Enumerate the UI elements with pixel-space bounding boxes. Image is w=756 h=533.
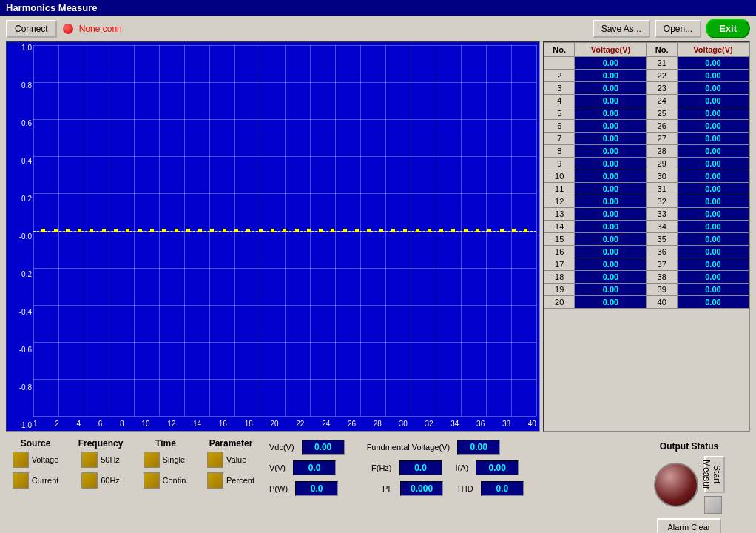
col4-header: Voltage(V) (677, 43, 749, 57)
col1-header: No. (544, 43, 575, 57)
row-no2: 29 (647, 158, 677, 170)
row-no2: 23 (647, 82, 677, 95)
row-no1: 10 (544, 170, 575, 183)
freq-50-option[interactable]: 50Hz (81, 452, 120, 468)
chart-inner (33, 45, 536, 416)
chart-panel: 1.0 0.8 0.6 0.4 0.2 -0.0 -0.2 -0.4 -0.6 … (6, 41, 540, 432)
row-v2: 0.00 (677, 208, 749, 221)
row-v2: 0.00 (677, 158, 749, 170)
content-area: 1.0 0.8 0.6 0.4 0.2 -0.0 -0.2 -0.4 -0.6 … (0, 41, 756, 435)
row-no1: 2 (544, 70, 575, 82)
current-radio-box (13, 472, 29, 489)
row-v2: 0.00 (677, 107, 749, 120)
row-no2: 36 (647, 246, 677, 258)
toolbar-right: Save As... Open... Exit (593, 19, 750, 38)
row-v2: 0.00 (677, 95, 749, 107)
row-v1: 0.00 (575, 57, 647, 70)
row-v1: 0.00 (575, 70, 647, 82)
table-row: 15 0.00 35 0.00 (544, 233, 749, 246)
harmonics-table-panel: No. Voltage(V) No. Voltage(V) 0.00 21 0.… (543, 41, 750, 432)
row-no2: 39 (647, 284, 677, 296)
table-row: 10 0.00 30 0.00 (544, 170, 749, 183)
table-row: 5 0.00 25 0.00 (544, 107, 749, 120)
row-no1: 7 (544, 133, 575, 145)
row-no2: 37 (647, 258, 677, 271)
row-no2: 31 (647, 183, 677, 195)
measurements-panel: Vdc(V) 0.00 Fundmental Voltage(V) 0.00 V… (266, 438, 622, 497)
row-v2: 0.00 (677, 170, 749, 183)
row-v1: 0.00 (575, 284, 647, 296)
ia-value: 0.00 (476, 460, 519, 475)
row-no2: 35 (647, 233, 677, 246)
row-no1: 16 (544, 246, 575, 258)
toolbar-left: Connect None conn (6, 20, 587, 38)
row-no2: 26 (647, 120, 677, 133)
pw-label: P(W) (269, 484, 288, 493)
voltage-label: Voltage (32, 455, 59, 464)
row-v1: 0.00 (575, 221, 647, 233)
row-no2: 32 (647, 195, 677, 208)
row-no2: 22 (647, 70, 677, 82)
cube-icon (704, 496, 722, 514)
percent-option[interactable]: Percent (207, 472, 254, 489)
app-title: Harmonics Measure (6, 2, 98, 13)
vdc-value: 0.00 (302, 440, 345, 455)
row-v2: 0.00 (677, 57, 749, 70)
fundamental-value: 0.00 (457, 440, 500, 455)
chart-container: 1.0 0.8 0.6 0.4 0.2 -0.0 -0.2 -0.4 -0.6 … (6, 41, 540, 432)
start-measure-button[interactable]: Start Measur (704, 456, 725, 493)
meas-row-2: V(V) 0.0 F(Hz) 0.0 I(A) 0.00 (269, 460, 619, 475)
row-v1: 0.00 (575, 145, 647, 158)
row-v2: 0.00 (677, 183, 749, 195)
row-v2: 0.00 (677, 258, 749, 271)
parameter-group: Parameter Value Percent (201, 438, 260, 489)
row-no1 (544, 57, 575, 70)
save-as-button[interactable]: Save As... (593, 20, 650, 38)
status-controls: Start Measur (654, 456, 725, 514)
x-axis: 1 2 4 6 8 10 12 14 16 18 20 22 24 26 28 … (33, 420, 536, 428)
value-option[interactable]: Value (207, 452, 254, 468)
row-v2: 0.00 (677, 221, 749, 233)
col3-header: No. (647, 43, 677, 57)
row-no2: 33 (647, 208, 677, 221)
source-group: Source Voltage Current (6, 438, 65, 489)
row-v2: 0.00 (677, 120, 749, 133)
current-option[interactable]: Current (13, 472, 59, 489)
row-no1: 18 (544, 271, 575, 284)
exit-button[interactable]: Exit (706, 19, 750, 38)
thd-label: THD (456, 484, 473, 493)
row-v2: 0.00 (677, 133, 749, 145)
zero-markers (33, 231, 536, 233)
harmonics-table: No. Voltage(V) No. Voltage(V) 0.00 21 0.… (544, 42, 749, 309)
table-row: 8 0.00 28 0.00 (544, 145, 749, 158)
alarm-clear-button[interactable]: Alarm Clear (657, 518, 720, 533)
voltage-radio-box (13, 452, 29, 468)
open-button[interactable]: Open... (655, 20, 701, 38)
fundamental-label: Fundmental Voltage(V) (367, 443, 450, 452)
contin-option[interactable]: Contin. (144, 472, 189, 489)
row-no1: 11 (544, 183, 575, 195)
contin-label: Contin. (163, 476, 189, 485)
table-row: 9 0.00 29 0.00 (544, 158, 749, 170)
single-label: Single (163, 455, 186, 464)
row-v1: 0.00 (575, 183, 647, 195)
meas-row-3: P(W) 0.0 PF 0.000 THD 0.0 (269, 481, 619, 496)
pf-value: 0.000 (400, 481, 443, 496)
voltage-option[interactable]: Voltage (13, 452, 59, 468)
row-v1: 0.00 (575, 246, 647, 258)
table-row: 3 0.00 23 0.00 (544, 82, 749, 95)
percent-radio-box (207, 472, 223, 489)
freq-60-option[interactable]: 60Hz (81, 472, 120, 489)
row-no1: 13 (544, 208, 575, 221)
row-no2: 34 (647, 221, 677, 233)
row-v1: 0.00 (575, 258, 647, 271)
table-row: 14 0.00 34 0.00 (544, 221, 749, 233)
row-v1: 0.00 (575, 95, 647, 107)
connect-button[interactable]: Connect (6, 20, 57, 38)
table-row: 2 0.00 22 0.00 (544, 70, 749, 82)
row-no1: 3 (544, 82, 575, 95)
single-option[interactable]: Single (144, 452, 189, 468)
fhz-label: F(Hz) (371, 463, 392, 472)
row-no2: 40 (647, 296, 677, 309)
table-row: 6 0.00 26 0.00 (544, 120, 749, 133)
